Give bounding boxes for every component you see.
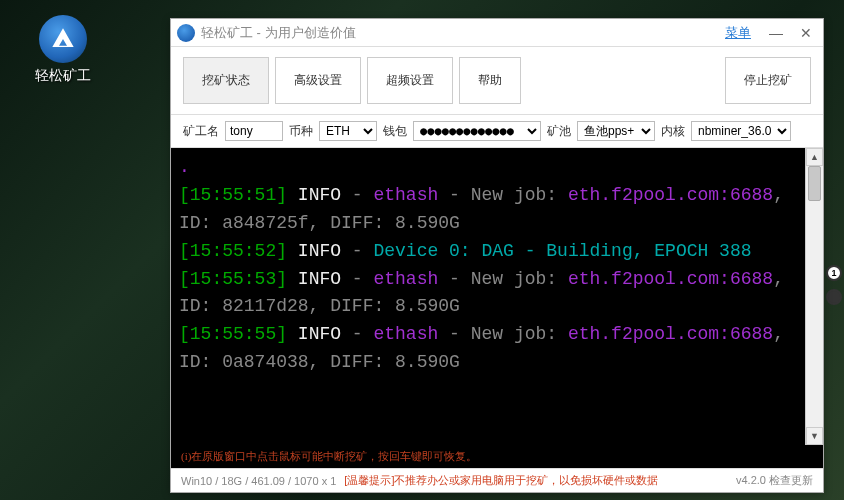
desktop-shortcut-label: 轻松矿工 [18, 67, 108, 85]
status-tip: [温馨提示]不推荐办公或家用电脑用于挖矿，以免损坏硬件或数据 [344, 473, 658, 488]
side-indicators: 1 [826, 265, 842, 305]
indicator-1: 1 [826, 265, 842, 281]
desktop-shortcut[interactable]: 轻松矿工 [18, 15, 108, 85]
close-button[interactable]: ✕ [795, 24, 817, 42]
indicator-2 [826, 289, 842, 305]
scroll-thumb[interactable] [808, 166, 821, 201]
main-window: 轻松矿工 - 为用户创造价值 菜单 — ✕ 挖矿状态 高级设置 超频设置 帮助 … [170, 18, 824, 493]
statusbar: Win10 / 18G / 461.09 / 1070 x 1 [温馨提示]不推… [171, 468, 823, 492]
miner-label: 矿工名 [183, 123, 219, 140]
pool-label: 矿池 [547, 123, 571, 140]
app-icon [39, 15, 87, 63]
terminal-output: .[15:55:51] INFO - ethash - New job: eth… [171, 148, 805, 445]
menu-link[interactable]: 菜单 [725, 24, 751, 42]
coin-select[interactable]: ETH [319, 121, 377, 141]
coin-label: 币种 [289, 123, 313, 140]
terminal-warning: (i)在原版窗口中点击鼠标可能中断挖矿，按回车键即可恢复。 [171, 445, 823, 468]
kernel-select[interactable]: nbminer_36.0 [691, 121, 791, 141]
wallet-select[interactable]: ●●●●●●●●●●●●● [413, 121, 541, 141]
terminal-line: [15:55:51] INFO - ethash - New job: eth.… [179, 182, 797, 238]
stop-mining-button[interactable]: 停止挖矿 [725, 57, 811, 104]
tab-overclock[interactable]: 超频设置 [367, 57, 453, 104]
toolbar: 挖矿状态 高级设置 超频设置 帮助 停止挖矿 [171, 47, 823, 115]
window-title: 轻松矿工 - 为用户创造价值 [201, 24, 725, 42]
kernel-label: 内核 [661, 123, 685, 140]
scroll-down-button[interactable]: ▼ [806, 427, 823, 445]
terminal-line: [15:55:52] INFO - Device 0: DAG - Buildi… [179, 238, 797, 266]
config-row: 矿工名 币种 ETH 钱包 ●●●●●●●●●●●●● 矿池 鱼池pps+ 内核… [171, 115, 823, 148]
titlebar-app-icon [177, 24, 195, 42]
tab-mining-status[interactable]: 挖矿状态 [183, 57, 269, 104]
wallet-label: 钱包 [383, 123, 407, 140]
tab-help[interactable]: 帮助 [459, 57, 521, 104]
minimize-button[interactable]: — [765, 24, 787, 42]
pool-select[interactable]: 鱼池pps+ [577, 121, 655, 141]
terminal-line: [15:55:53] INFO - ethash - New job: eth.… [179, 266, 797, 322]
status-version[interactable]: v4.2.0 检查更新 [736, 473, 813, 488]
tab-advanced[interactable]: 高级设置 [275, 57, 361, 104]
scroll-up-button[interactable]: ▲ [806, 148, 823, 166]
status-system: Win10 / 18G / 461.09 / 1070 x 1 [181, 475, 336, 487]
scroll-track[interactable] [806, 166, 823, 427]
terminal-line: [15:55:55] INFO - ethash - New job: eth.… [179, 321, 797, 377]
miner-input[interactable] [225, 121, 283, 141]
terminal-container: .[15:55:51] INFO - ethash - New job: eth… [171, 148, 823, 445]
scrollbar[interactable]: ▲ ▼ [805, 148, 823, 445]
titlebar: 轻松矿工 - 为用户创造价值 菜单 — ✕ [171, 19, 823, 47]
